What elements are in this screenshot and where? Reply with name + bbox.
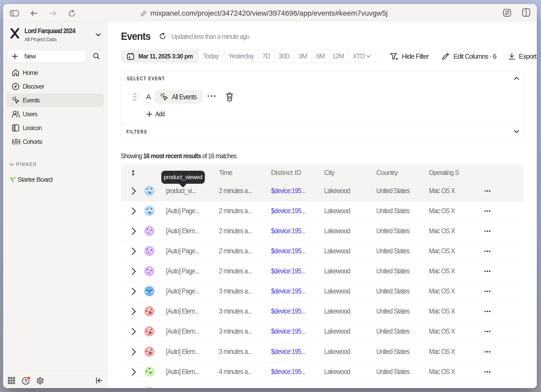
svg-text:?: ? [24,378,27,384]
